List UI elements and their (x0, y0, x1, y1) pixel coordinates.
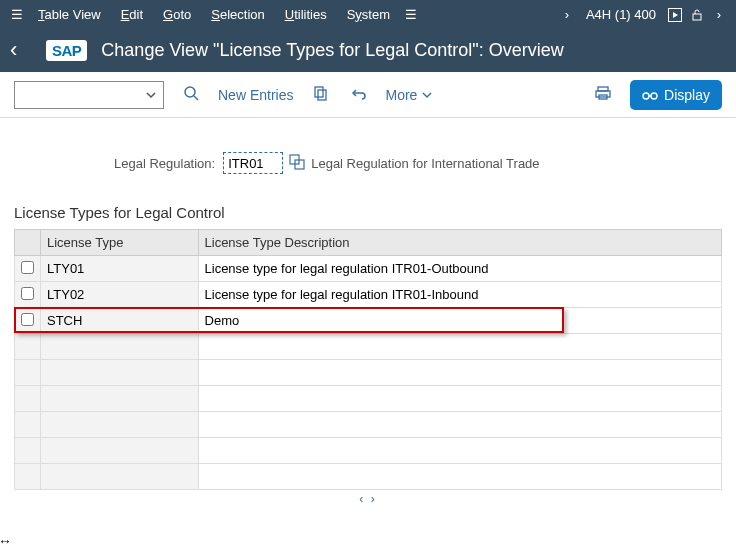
resize-handle[interactable]: ↔ (0, 533, 12, 549)
cell-code: LTY01 (41, 256, 199, 282)
value-help-icon[interactable] (289, 154, 305, 173)
section-title: License Types for Legal Control (14, 204, 722, 221)
page-title: Change View "License Types for Legal Con… (101, 40, 563, 61)
grid-wrap: License Type License Type Description LT… (14, 229, 722, 506)
unlock-icon[interactable] (686, 6, 708, 22)
menu-selection[interactable]: Selection (201, 7, 274, 22)
system-info: A4H (1) 400 (578, 7, 664, 22)
search-icon[interactable] (180, 85, 202, 105)
menu-more-icon[interactable]: ☰ (400, 7, 422, 22)
svg-marker-1 (673, 12, 678, 18)
sap-logo: SAP (46, 40, 87, 61)
display-button[interactable]: Display (630, 80, 722, 110)
svg-line-4 (194, 96, 198, 100)
cell-code: LTY02 (41, 282, 199, 308)
more-label: More (385, 87, 417, 103)
menu-utilities[interactable]: Utilities (275, 7, 337, 22)
table-row-empty (15, 464, 722, 490)
cell-desc: Demo (198, 308, 721, 334)
variant-combo[interactable] (14, 81, 164, 109)
row-checkbox[interactable] (21, 313, 34, 326)
menu-system[interactable]: System (337, 7, 400, 22)
cell-desc: License type for legal regulation ITR01-… (198, 282, 721, 308)
new-entries-button[interactable]: New Entries (218, 87, 293, 103)
table-row[interactable]: STCH Demo (15, 308, 722, 334)
col-license-type[interactable]: License Type (41, 230, 199, 256)
more-dropdown[interactable]: More (385, 87, 433, 103)
svg-rect-5 (315, 87, 323, 97)
menu-bar: ☰ Table View Edit Goto Selection Utiliti… (0, 0, 736, 28)
row-checkbox[interactable] (21, 261, 34, 274)
toolbar: New Entries More Display (0, 72, 736, 118)
table-row-empty (15, 334, 722, 360)
legal-regulation-desc: Legal Regulation for International Trade (311, 156, 539, 171)
back-button[interactable]: ‹ (10, 37, 40, 63)
row-checkbox[interactable] (21, 287, 34, 300)
table-row-empty (15, 438, 722, 464)
table-row-empty (15, 360, 722, 386)
table-row[interactable]: LTY01 License type for legal regulation … (15, 256, 722, 282)
menu-goto[interactable]: Goto (153, 7, 201, 22)
horizontal-scroll-handle[interactable]: ‹ › (14, 490, 722, 506)
svg-rect-6 (318, 90, 326, 100)
title-bar: ‹ SAP Change View "License Types for Leg… (0, 28, 736, 72)
svg-point-11 (651, 93, 657, 99)
chevron-right-icon-2[interactable]: › (708, 7, 730, 22)
col-license-desc[interactable]: License Type Description (198, 230, 721, 256)
glasses-icon (642, 88, 658, 102)
menu-table-view[interactable]: Table View (28, 7, 111, 22)
cell-desc: License type for legal regulation ITR01-… (198, 256, 721, 282)
col-select[interactable] (15, 230, 41, 256)
cell-code: STCH (41, 308, 199, 334)
svg-rect-2 (693, 14, 701, 20)
copy-icon[interactable] (309, 85, 331, 105)
hamburger-icon[interactable]: ☰ (6, 7, 28, 22)
content-area: Legal Regulation: Legal Regulation for I… (0, 118, 736, 553)
undo-icon[interactable] (347, 85, 369, 105)
svg-rect-8 (596, 91, 610, 97)
table-row[interactable]: LTY02 License type for legal regulation … (15, 282, 722, 308)
legal-regulation-label: Legal Regulation: (114, 156, 215, 171)
menu-edit[interactable]: Edit (111, 7, 153, 22)
svg-point-10 (643, 93, 649, 99)
license-types-table: License Type License Type Description LT… (14, 229, 722, 490)
legal-regulation-row: Legal Regulation: Legal Regulation for I… (114, 152, 722, 174)
display-label: Display (664, 87, 710, 103)
svg-point-3 (185, 87, 195, 97)
chevron-right-icon[interactable]: › (556, 7, 578, 22)
table-row-empty (15, 412, 722, 438)
print-icon[interactable] (592, 85, 614, 105)
table-row-empty (15, 386, 722, 412)
legal-regulation-input[interactable] (223, 152, 283, 174)
play-icon[interactable] (664, 6, 686, 22)
